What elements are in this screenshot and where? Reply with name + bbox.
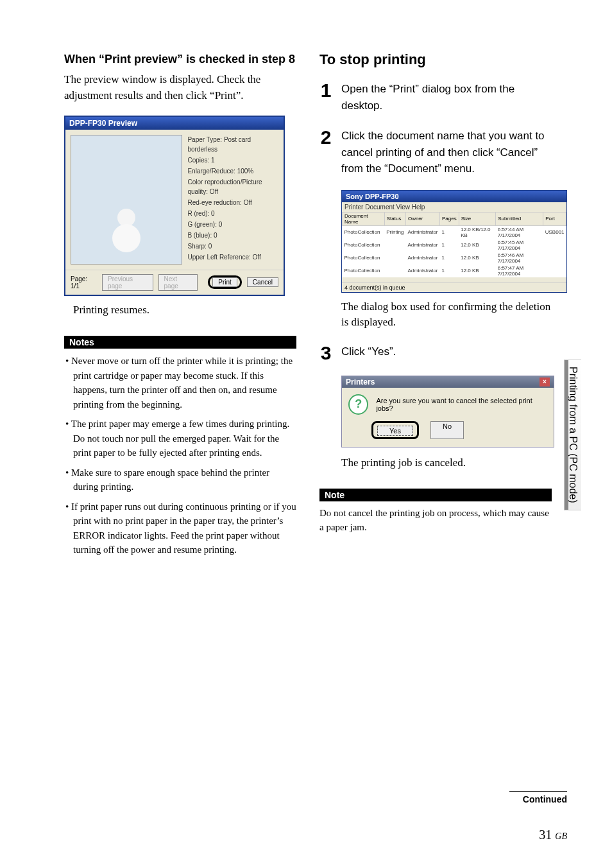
page-counter: Page: 1/1	[71, 275, 97, 290]
yes-button[interactable]: Yes	[377, 426, 413, 436]
step-number: 3	[319, 343, 332, 363]
pv-info-line: G (green): 0	[187, 220, 280, 229]
printing-resumes: Printing resumes.	[73, 302, 296, 318]
left-column: When “Print preview” is checked in step …	[64, 51, 296, 842]
preview-footer: Page: 1/1 Previous page Next page Print …	[65, 270, 284, 295]
snowman-icon	[108, 209, 144, 260]
note-item: Never move or turn off the printer while…	[64, 354, 296, 412]
pv-info-line: Red-eye reduction: Off	[187, 198, 280, 207]
table-row[interactable]: PhotoCollectionAdministrator112.0 KB6:57…	[343, 252, 566, 265]
page-suffix: GB	[555, 831, 567, 841]
cancel-button[interactable]: Cancel	[247, 277, 278, 287]
col-port[interactable]: Port	[543, 212, 566, 225]
print-queue: Sony DPP-FP30 Printer Document View Help…	[341, 190, 567, 293]
continued-label: Continued	[509, 791, 567, 804]
next-page-button[interactable]: Next page	[158, 274, 198, 291]
preview-window: DPP-FP30 Preview Paper Type: Post card b…	[64, 116, 285, 296]
close-icon[interactable]: ×	[540, 378, 550, 386]
table-header: Document Name Status Owner Pages Size Su…	[343, 212, 566, 225]
queue-status: 4 document(s) in queue	[342, 282, 566, 292]
preview-image	[71, 135, 182, 265]
note-item: The print paper may emerge a few times d…	[64, 417, 296, 460]
note-item: If print paper runs out during continuou…	[64, 499, 296, 557]
after-step2: The dialog box used for confirming the d…	[341, 299, 552, 331]
page: When “Print preview” is checked in step …	[0, 0, 612, 868]
confirm-body: ? Are you sure you want to cancel the se…	[342, 388, 554, 421]
confirm-buttons: Yes No	[342, 421, 554, 447]
print-button-highlight: Print	[208, 275, 242, 289]
col-doc[interactable]: Document Name	[343, 212, 385, 225]
pv-info-line: Sharp: 0	[187, 241, 280, 251]
col-owner[interactable]: Owner	[405, 212, 439, 225]
queue-table: Document Name Status Owner Pages Size Su…	[342, 212, 566, 277]
section-tab: Printing from a PC (PC mode)	[564, 360, 581, 510]
col-pages[interactable]: Pages	[440, 212, 459, 225]
pv-info-line: Paper Type: Post card borderless	[187, 135, 280, 154]
left-heading: When “Print preview” is checked in step …	[64, 51, 296, 67]
confirm-title: Printers	[346, 378, 375, 386]
confirm-msg: Are you sure you want to cancel the sele…	[376, 397, 547, 412]
preview-titlebar: DPP-FP30 Preview	[65, 117, 284, 130]
notes-label: Notes	[64, 336, 296, 349]
pv-info-line: B (blue): 0	[187, 230, 280, 240]
question-icon: ?	[348, 394, 368, 415]
step-2: 2 Click the document name that you want …	[319, 128, 552, 177]
pv-info-line: R (red): 0	[187, 209, 280, 218]
note-item: Make sure to spare enough space behind t…	[64, 465, 296, 494]
no-button[interactable]: No	[430, 421, 464, 439]
left-intro: The preview window is displayed. Check t…	[64, 72, 296, 103]
page-number-value: 31	[539, 828, 552, 842]
print-button[interactable]: Print	[212, 277, 237, 287]
step-3: 3 Click “Yes”.	[319, 343, 552, 363]
table-row[interactable]: PhotoCollectionAdministrator112.0 KB6:57…	[343, 239, 566, 252]
col-status[interactable]: Status	[384, 212, 405, 225]
col-size[interactable]: Size	[459, 212, 495, 225]
step-number: 2	[319, 128, 332, 177]
right-column: To stop printing 1 Open the “Print” dial…	[319, 51, 552, 842]
pv-info-line: Copies: 1	[187, 155, 280, 165]
notes-list: Never move or turn off the printer while…	[64, 354, 296, 562]
queue-scrollbar[interactable]	[342, 277, 566, 282]
right-heading: To stop printing	[319, 51, 552, 68]
table-row[interactable]: PhotoCollectionPrintingAdministrator112.…	[343, 225, 566, 239]
footer: Continued 31 GB	[509, 791, 567, 842]
pv-info-line: Upper Left Reference: Off	[187, 252, 280, 262]
queue-menubar[interactable]: Printer Document View Help	[342, 202, 566, 212]
note-label: Note	[319, 489, 552, 501]
preview-body: Paper Type: Post card borderless Copies:…	[65, 130, 284, 270]
confirm-titlebar: Printers ×	[342, 376, 554, 388]
step-1: 1 Open the “Print” dialog box from the d…	[319, 81, 552, 114]
confirm-dialog: Printers × ? Are you sure you want to ca…	[341, 376, 554, 447]
after-step3: The printing job is canceled.	[341, 455, 552, 471]
step-body: Click the document name that you want to…	[341, 128, 552, 177]
step-body: Open the “Print” dialog box from the des…	[341, 81, 552, 114]
prev-page-button[interactable]: Previous page	[102, 274, 153, 291]
step-body: Click “Yes”.	[341, 343, 552, 363]
note-text: Do not cancel the printing job on proces…	[319, 507, 552, 535]
col-sub[interactable]: Submitted	[496, 212, 543, 225]
yes-button-highlight: Yes	[371, 421, 419, 439]
step-number: 1	[319, 81, 332, 114]
queue-titlebar: Sony DPP-FP30	[342, 191, 566, 202]
table-row[interactable]: PhotoCollectionAdministrator112.0 KB6:57…	[343, 265, 566, 277]
preview-info: Paper Type: Post card borderless Copies:…	[187, 130, 284, 270]
page-number: 31 GB	[539, 828, 567, 842]
pv-info-line: Color reproduction/Picture quality: Off	[187, 177, 280, 196]
pv-info-line: Enlarge/Reduce: 100%	[187, 166, 280, 176]
